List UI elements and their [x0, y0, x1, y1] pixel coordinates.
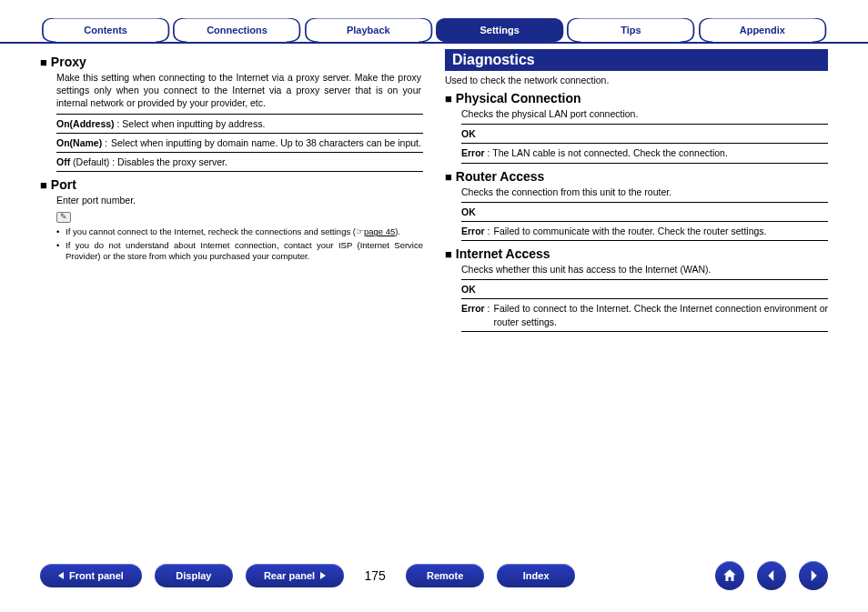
sep: : — [485, 147, 493, 158]
table-row: OK — [461, 202, 828, 221]
button-label: Display — [176, 570, 211, 581]
remote-button[interactable]: Remote — [406, 564, 484, 587]
next-page-button[interactable] — [799, 561, 828, 590]
proxy-desc: Make this setting when connecting to the… — [40, 71, 423, 110]
note-text: If you cannot connect to the Internet, r… — [66, 226, 364, 236]
prev-page-button[interactable] — [757, 561, 786, 590]
term: Error — [461, 147, 485, 158]
table-row: OK — [461, 124, 828, 143]
home-button[interactable] — [715, 561, 744, 590]
arrow-left-icon — [763, 567, 780, 584]
tab-label: Appendix — [740, 25, 785, 35]
sep: : — [485, 303, 490, 314]
tab-label: Tips — [621, 25, 641, 35]
note-text: ). — [395, 226, 400, 236]
footer-nav: Front panel Display Rear panel 175 Remot… — [40, 561, 828, 590]
table-row: OK — [461, 279, 828, 298]
chevron-left-icon — [58, 572, 64, 579]
content-columns: Proxy Make this setting when connecting … — [0, 44, 868, 337]
router-access-heading: Router Access — [445, 169, 828, 184]
section-desc: Checks the physical LAN port connection. — [445, 107, 828, 120]
list-item: If you cannot connect to the Internet, r… — [56, 226, 423, 237]
physical-connection-table: OK Error : The LAN cable is not connecte… — [461, 124, 828, 163]
definition: Failed to communicate with the router. C… — [494, 225, 767, 237]
heading-text: Physical Connection — [456, 91, 581, 105]
note-text: If you do not understand about Internet … — [66, 240, 423, 261]
tab-contents[interactable]: Contents — [40, 18, 171, 42]
table-row: On(Name) : Select when inputting by doma… — [56, 133, 423, 152]
heading-text: Port — [51, 177, 76, 192]
rear-panel-button[interactable]: Rear panel — [246, 564, 344, 587]
tab-label: Playback — [347, 25, 390, 35]
notes-list: If you cannot connect to the Internet, r… — [40, 226, 423, 262]
tab-appendix[interactable]: Appendix — [697, 18, 828, 42]
term: OK — [461, 284, 476, 295]
internet-access-table: OK Error : Failed to connect to the Inte… — [461, 279, 828, 332]
page-link[interactable]: page 45 — [364, 226, 395, 236]
internet-access-heading: Internet Access — [445, 246, 828, 261]
heading-text: Proxy — [51, 55, 86, 69]
button-label: Remote — [427, 570, 463, 581]
note-icon — [56, 212, 71, 223]
term: On(Name) — [56, 137, 102, 148]
page-title: Diagnostics — [445, 49, 828, 71]
term: On(Address) — [56, 118, 115, 129]
definition: Disables the proxy server. — [117, 156, 227, 167]
physical-connection-heading: Physical Connection — [445, 91, 828, 105]
definition: Failed to connect to the Internet. Check… — [494, 302, 828, 327]
page-number: 175 — [357, 568, 393, 583]
list-item: If you do not understand about Internet … — [56, 240, 423, 263]
proxy-heading: Proxy — [40, 55, 423, 69]
definition: Select when inputting by domain name. Up… — [111, 136, 421, 149]
tab-label: Contents — [84, 25, 127, 35]
term: OK — [461, 206, 476, 217]
tab-connections[interactable]: Connections — [171, 18, 302, 42]
table-row: On(Address) : Select when inputting by a… — [56, 114, 423, 133]
term: OK — [461, 128, 476, 139]
section-desc: Checks the connection from this unit to … — [445, 186, 828, 198]
section-desc: Checks whether this unit has access to t… — [445, 263, 828, 276]
term: Off — [56, 156, 70, 167]
definition: Select when inputting by address. — [122, 118, 265, 129]
port-desc: Enter port number. — [40, 194, 423, 206]
tab-label: Connections — [207, 25, 267, 35]
table-row: Error : Failed to communicate with the r… — [461, 221, 828, 241]
sep: : — [102, 137, 107, 148]
button-label: Rear panel — [264, 570, 315, 581]
home-icon — [722, 567, 738, 584]
left-column: Proxy Make this setting when connecting … — [40, 49, 423, 337]
term: Error — [461, 226, 485, 236]
chevron-right-icon — [320, 572, 326, 579]
heading-text: Internet Access — [456, 246, 550, 261]
sep: : — [485, 226, 490, 236]
index-button[interactable]: Index — [497, 564, 575, 587]
tab-settings[interactable]: Settings — [434, 18, 565, 42]
table-row: Off (Default) : Disables the proxy serve… — [56, 152, 423, 172]
arrow-right-icon — [805, 567, 822, 584]
extra: (Default) : — [70, 156, 117, 167]
tab-tips[interactable]: Tips — [565, 18, 696, 42]
front-panel-button[interactable]: Front panel — [40, 564, 142, 587]
port-heading: Port — [40, 177, 423, 192]
table-row: Error : The LAN cable is not connected. … — [461, 143, 828, 163]
tab-playback[interactable]: Playback — [303, 18, 434, 42]
top-tabs: Contents Connections Playback Settings T… — [0, 0, 868, 44]
button-label: Index — [523, 570, 550, 581]
table-row: Error : Failed to connect to the Interne… — [461, 298, 828, 331]
router-access-table: OK Error : Failed to communicate with th… — [461, 202, 828, 241]
proxy-options-table: On(Address) : Select when inputting by a… — [56, 114, 423, 173]
display-button[interactable]: Display — [155, 564, 233, 587]
heading-text: Router Access — [456, 169, 545, 184]
right-column: Diagnostics Used to check the network co… — [445, 49, 828, 337]
page-desc: Used to check the network connection. — [445, 75, 828, 85]
term: Error — [461, 303, 485, 314]
button-label: Front panel — [69, 570, 124, 581]
tab-label: Settings — [479, 25, 519, 35]
definition: The LAN cable is not connected. Check th… — [492, 147, 728, 158]
